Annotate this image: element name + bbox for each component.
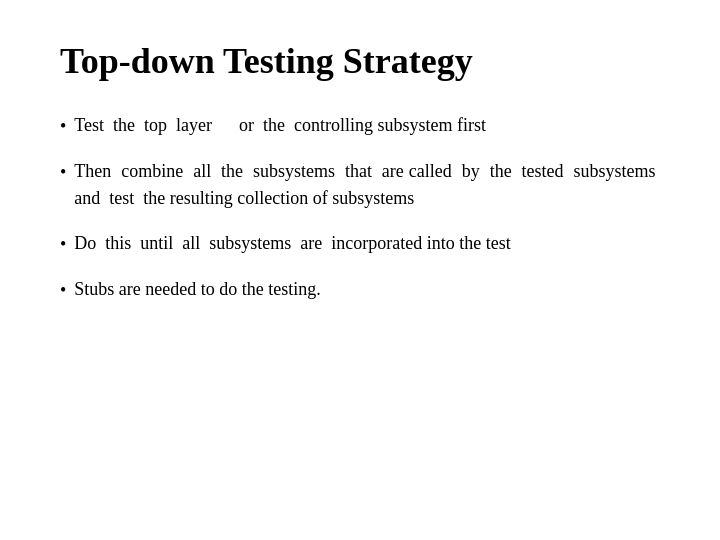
bullet-list: • Test the top layer or the controlling … [60, 112, 660, 500]
bullet-text-1: Test the top layer or the controlling su… [74, 112, 486, 139]
bullet-symbol: • [60, 277, 66, 304]
bullet-text-4: Stubs are needed to do the testing. [74, 276, 320, 303]
slide-title: Top-down Testing Strategy [60, 40, 660, 82]
list-item: • Stubs are needed to do the testing. [60, 276, 660, 304]
bullet-text-2: Then combine all the subsystems that are… [74, 158, 660, 212]
list-item: • Test the top layer or the controlling … [60, 112, 660, 140]
list-item: • Do this until all subsystems are incor… [60, 230, 660, 258]
bullet-symbol: • [60, 159, 66, 186]
bullet-text-3: Do this until all subsystems are incorpo… [74, 230, 510, 257]
bullet-symbol: • [60, 231, 66, 258]
slide: Top-down Testing Strategy • Test the top… [0, 0, 720, 540]
bullet-symbol: • [60, 113, 66, 140]
list-item: • Then combine all the subsystems that a… [60, 158, 660, 212]
